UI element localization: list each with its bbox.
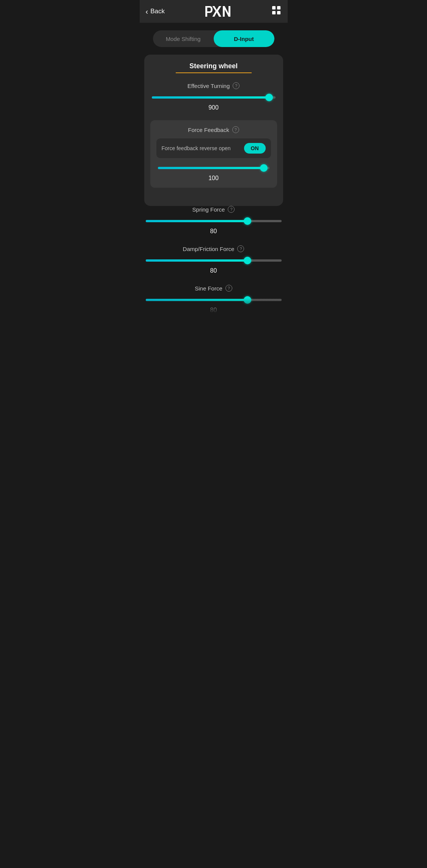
force-feedback-toggle-row: Force feedback reverse open ON bbox=[156, 138, 271, 158]
sine-force-value: 80 bbox=[144, 307, 283, 314]
spring-force-help-icon[interactable]: ? bbox=[228, 206, 235, 213]
tab-bar: Mode Shifting D-Input bbox=[140, 23, 288, 55]
sine-force-help-icon[interactable]: ? bbox=[225, 285, 232, 292]
damp-friction-section: Damp/Friction Force ? 80 bbox=[144, 245, 283, 274]
svg-rect-2 bbox=[272, 11, 276, 14]
spring-force-value: 80 bbox=[144, 228, 283, 235]
back-arrow-icon: ‹ bbox=[146, 8, 148, 15]
force-feedback-track bbox=[158, 167, 269, 169]
damp-friction-help-icon[interactable]: ? bbox=[237, 245, 244, 252]
effective-turning-track bbox=[152, 96, 276, 99]
spring-force-section: Spring Force ? 80 bbox=[144, 206, 283, 235]
effective-turning-value: 900 bbox=[150, 104, 277, 111]
back-label: Back bbox=[150, 8, 165, 15]
effective-turning-fill bbox=[152, 96, 269, 99]
effective-turning-section: Effective Turning ? 900 bbox=[150, 82, 277, 111]
tab-d-input[interactable]: D-Input bbox=[214, 30, 274, 47]
effective-turning-thumb[interactable] bbox=[265, 94, 273, 101]
damp-friction-label: Damp/Friction Force ? bbox=[144, 245, 283, 252]
spring-force-label: Spring Force ? bbox=[144, 206, 283, 213]
grid-icon[interactable] bbox=[271, 5, 282, 18]
header: ‹ Back bbox=[140, 0, 288, 23]
svg-rect-3 bbox=[277, 11, 280, 14]
tab-container: Mode Shifting D-Input bbox=[153, 30, 274, 47]
damp-friction-slider[interactable] bbox=[146, 257, 282, 264]
steering-wheel-title: Steering wheel bbox=[150, 62, 277, 70]
force-feedback-help-icon[interactable]: ? bbox=[232, 126, 239, 133]
damp-friction-value: 80 bbox=[144, 267, 283, 274]
spring-force-fill bbox=[146, 220, 248, 222]
sine-force-thumb[interactable] bbox=[244, 296, 251, 304]
damp-friction-track bbox=[146, 259, 282, 262]
spring-force-track bbox=[146, 220, 282, 222]
steering-wheel-card: Steering wheel Effective Turning ? 900 F… bbox=[144, 55, 283, 206]
damp-friction-fill bbox=[146, 259, 248, 262]
effective-turning-help-icon[interactable]: ? bbox=[233, 82, 239, 89]
svg-rect-0 bbox=[272, 6, 276, 9]
force-feedback-slider[interactable] bbox=[158, 164, 269, 172]
force-feedback-label: Force Feedback ? bbox=[156, 126, 271, 133]
sine-force-track bbox=[146, 299, 282, 301]
force-feedback-thumb[interactable] bbox=[260, 164, 268, 172]
title-underline bbox=[176, 72, 252, 73]
pxn-logo-svg bbox=[205, 5, 231, 18]
force-feedback-value: 100 bbox=[156, 175, 271, 182]
sine-force-label: Sine Force ? bbox=[144, 285, 283, 292]
spring-force-slider[interactable] bbox=[146, 217, 282, 225]
force-feedback-card: Force Feedback ? Force feedback reverse … bbox=[150, 120, 277, 188]
damp-friction-thumb[interactable] bbox=[244, 257, 251, 264]
effective-turning-slider[interactable] bbox=[152, 94, 276, 101]
sine-force-slider[interactable] bbox=[146, 296, 282, 304]
force-feedback-reverse-label: Force feedback reverse open bbox=[162, 145, 231, 151]
svg-rect-1 bbox=[277, 6, 280, 9]
sine-force-fill bbox=[146, 299, 248, 301]
force-feedback-toggle-button[interactable]: ON bbox=[244, 143, 266, 154]
spring-force-thumb[interactable] bbox=[244, 217, 251, 225]
tab-mode-shifting[interactable]: Mode Shifting bbox=[153, 30, 214, 47]
lower-sections: Spring Force ? 80 Damp/Friction Force ? … bbox=[140, 206, 288, 314]
back-button[interactable]: ‹ Back bbox=[146, 8, 165, 15]
sine-force-section: Sine Force ? 80 bbox=[144, 285, 283, 314]
effective-turning-label: Effective Turning ? bbox=[150, 82, 277, 89]
pxn-logo bbox=[205, 5, 231, 18]
force-feedback-fill bbox=[158, 167, 264, 169]
